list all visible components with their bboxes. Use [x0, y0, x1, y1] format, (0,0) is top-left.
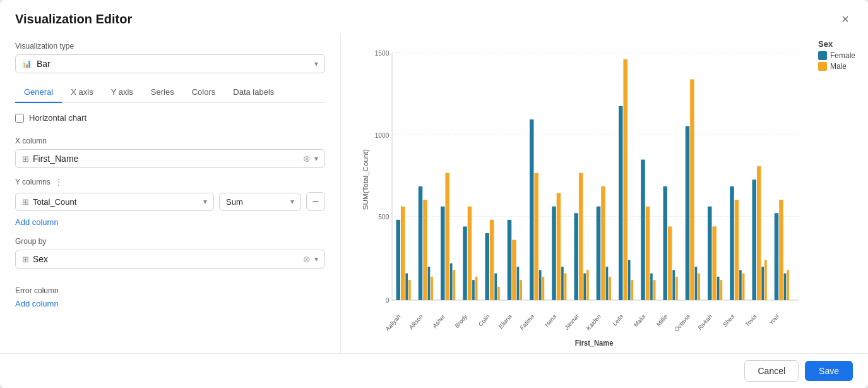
tab-colors[interactable]: Colors: [183, 82, 225, 103]
chart-area: Sex Female Male: [360, 39, 855, 347]
legend-item-female: Female: [818, 51, 855, 60]
svg-rect-57: [520, 280, 522, 300]
group-by-clear-icon[interactable]: ⊗: [303, 254, 311, 264]
svg-rect-60: [561, 267, 564, 300]
tab-data-labels[interactable]: Data labels: [224, 82, 283, 103]
svg-rect-31: [623, 59, 627, 300]
svg-text:Aaliyah: Aaliyah: [384, 313, 402, 333]
svg-text:500: 500: [378, 212, 389, 221]
close-button[interactable]: ×: [838, 11, 853, 27]
svg-rect-46: [405, 274, 408, 300]
svg-rect-72: [695, 267, 698, 300]
svg-rect-48: [428, 267, 431, 300]
svg-rect-13: [423, 200, 427, 300]
svg-rect-81: [787, 270, 789, 300]
svg-rect-76: [739, 270, 742, 300]
svg-rect-19: [490, 220, 494, 300]
svg-rect-25: [557, 193, 561, 300]
svg-text:Yoel: Yoel: [768, 313, 780, 327]
svg-text:Hana: Hana: [544, 312, 558, 329]
visualization-editor-modal: Visualization Editor × Visualization typ…: [0, 0, 868, 388]
svg-rect-67: [631, 280, 633, 300]
group-by-field: ⊞ Sex ⊗ ▾: [15, 250, 325, 269]
svg-text:1000: 1000: [375, 131, 389, 139]
y-column-chevron: ▾: [203, 197, 207, 206]
horizontal-chart-label: Horizontal chart: [29, 113, 86, 123]
svg-rect-59: [542, 277, 544, 300]
save-button[interactable]: Save: [805, 361, 853, 381]
add-y-column-link[interactable]: Add column: [15, 217, 325, 227]
svg-rect-69: [653, 280, 656, 300]
x-column-expand-icon[interactable]: ▾: [314, 154, 318, 163]
viz-type-select[interactable]: Bar: [37, 59, 314, 69]
svg-text:Eliana: Eliana: [497, 312, 513, 330]
y-columns-options-icon[interactable]: ⋮: [54, 177, 63, 187]
svg-rect-36: [686, 126, 689, 300]
svg-text:Kaiden: Kaiden: [585, 313, 602, 332]
cancel-button[interactable]: Cancel: [744, 360, 799, 382]
svg-rect-16: [463, 226, 467, 300]
group-by-value: Sex: [33, 254, 303, 264]
svg-rect-47: [408, 280, 411, 300]
svg-rect-50: [450, 264, 453, 300]
svg-rect-39: [712, 226, 716, 300]
x-column-clear-icon[interactable]: ⊗: [303, 154, 311, 164]
tab-general[interactable]: General: [15, 82, 62, 103]
svg-text:Tovia: Tovia: [744, 312, 758, 328]
remove-y-column-button[interactable]: −: [306, 192, 325, 211]
chevron-down-icon: ▾: [314, 59, 318, 68]
svg-rect-79: [764, 260, 767, 300]
x-column-value: First_Name: [33, 154, 303, 164]
add-error-column-link[interactable]: Add column: [15, 299, 325, 308]
legend-label-male: Male: [830, 62, 847, 71]
group-by-expand-icon[interactable]: ▾: [314, 255, 318, 264]
svg-rect-68: [650, 274, 653, 300]
bar-chart-svg: 0 500 1000 1500 SUM(Total_Count): [360, 39, 805, 347]
legend-swatch-male: [818, 62, 827, 71]
svg-rect-41: [735, 200, 739, 300]
left-panel: Visualization type 📊 Bar ▾ General X axi…: [0, 33, 341, 353]
horizontal-chart-row: Horizontal chart: [15, 113, 325, 123]
viz-type-label: Visualization type: [15, 42, 325, 51]
svg-text:Leila: Leila: [611, 312, 624, 327]
legend-swatch-female: [818, 51, 827, 60]
svg-rect-77: [742, 274, 745, 300]
svg-rect-73: [698, 274, 700, 300]
svg-text:Colin: Colin: [477, 313, 490, 328]
svg-text:SUM(Total_Count): SUM(Total_Count): [362, 149, 369, 210]
svg-rect-44: [775, 213, 778, 300]
svg-rect-33: [646, 207, 650, 300]
svg-text:Malia: Malia: [633, 312, 647, 329]
y-column-icon: ⊞: [22, 197, 29, 207]
svg-rect-30: [619, 106, 622, 300]
svg-rect-15: [445, 173, 449, 300]
tab-x-axis[interactable]: X axis: [62, 82, 102, 103]
svg-rect-65: [609, 277, 611, 300]
svg-rect-22: [530, 119, 533, 300]
svg-rect-43: [757, 166, 761, 300]
svg-rect-20: [508, 220, 511, 300]
svg-rect-26: [574, 213, 578, 300]
agg-select[interactable]: Sum: [226, 197, 290, 207]
svg-rect-28: [597, 207, 600, 300]
svg-text:Octavia: Octavia: [673, 312, 691, 333]
tab-series[interactable]: Series: [142, 82, 183, 103]
error-column-label: Error column: [15, 286, 325, 295]
x-column-label: X column: [15, 136, 325, 145]
svg-text:Brody: Brody: [454, 312, 469, 329]
svg-rect-37: [690, 80, 694, 300]
svg-rect-51: [453, 270, 455, 300]
horizontal-chart-checkbox[interactable]: [15, 114, 24, 123]
svg-rect-75: [720, 280, 722, 300]
viz-type-select-wrapper: 📊 Bar ▾: [15, 54, 325, 73]
svg-rect-24: [552, 207, 556, 300]
chart-legend: Sex Female Male: [818, 39, 855, 73]
group-by-label: Group by: [15, 237, 325, 246]
svg-rect-34: [663, 186, 667, 300]
tab-y-axis[interactable]: Y axis: [102, 82, 142, 103]
y-column-select[interactable]: Total_Count: [33, 197, 203, 207]
svg-text:Allison: Allison: [408, 313, 424, 331]
y-column-select-wrapper: ⊞ Total_Count ▾: [15, 193, 214, 211]
y-columns-header: Y columns ⋮: [15, 177, 325, 187]
legend-label-female: Female: [830, 51, 855, 60]
